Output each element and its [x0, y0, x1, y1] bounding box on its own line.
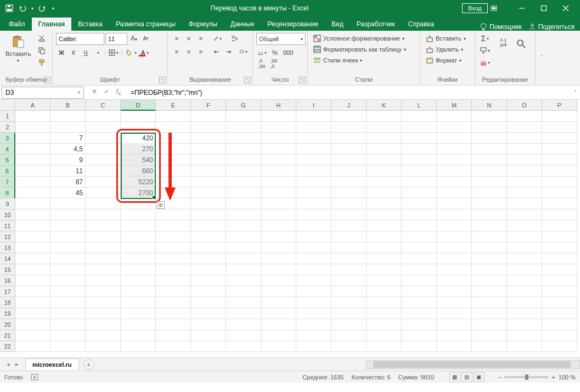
row-header-8[interactable]: 8 [0, 188, 15, 198]
cell-F7[interactable] [191, 177, 226, 188]
cell-E15[interactable] [156, 264, 191, 275]
cell-I6[interactable] [296, 166, 331, 177]
cell-P10[interactable] [542, 209, 577, 220]
cell-J3[interactable] [331, 133, 367, 144]
cell-I8[interactable] [296, 188, 331, 198]
cell-L6[interactable] [402, 166, 437, 177]
cell-I3[interactable] [296, 133, 331, 144]
format-cells-button[interactable]: Формат▾ [424, 55, 471, 66]
cell-D16[interactable] [121, 275, 156, 286]
font-launcher-icon[interactable]: ⤡ [159, 77, 166, 83]
cell-N10[interactable] [472, 209, 507, 220]
cell-N2[interactable] [472, 122, 507, 133]
cell-D3[interactable]: 420 [121, 133, 156, 144]
cell-O1[interactable] [507, 111, 542, 122]
cell-E14[interactable] [156, 253, 191, 264]
cell-B2[interactable] [50, 122, 86, 133]
cell-O6[interactable] [507, 166, 542, 177]
cell-E16[interactable] [156, 275, 191, 286]
cell-L17[interactable] [402, 286, 437, 297]
sheet-tab[interactable]: microexcel.ru [25, 359, 79, 370]
cell-N7[interactable] [472, 177, 507, 188]
align-left-icon[interactable]: ≡ [171, 46, 182, 57]
cell-I7[interactable] [296, 177, 331, 188]
cell-O17[interactable] [507, 286, 542, 297]
underline-dropdown[interactable] [92, 47, 103, 58]
cell-B12[interactable] [50, 231, 86, 242]
cell-M17[interactable] [437, 286, 472, 297]
cell-C7[interactable] [86, 177, 121, 188]
cell-F1[interactable] [191, 111, 226, 122]
cell-B19[interactable] [50, 308, 86, 319]
cell-B21[interactable] [50, 330, 86, 341]
borders-icon[interactable] [107, 47, 120, 58]
clear-icon[interactable] [478, 57, 492, 68]
undo-dropdown-icon[interactable]: ▾ [30, 2, 35, 14]
cell-D12[interactable] [121, 231, 156, 242]
cell-P15[interactable] [542, 264, 577, 275]
cell-G9[interactable] [226, 198, 261, 209]
cell-B20[interactable] [50, 319, 86, 330]
conditional-formatting-button[interactable]: Условное форматирование▾ [311, 33, 416, 44]
cell-E19[interactable] [156, 308, 191, 319]
signin-button[interactable]: Вход [462, 3, 488, 13]
cell-O8[interactable] [507, 188, 542, 198]
row-header-14[interactable]: 14 [0, 253, 15, 264]
cell-B4[interactable]: 4,5 [50, 144, 86, 155]
cell-M8[interactable] [437, 188, 472, 198]
cell-N3[interactable] [472, 133, 507, 144]
cell-F8[interactable] [191, 188, 226, 198]
cell-B13[interactable] [50, 242, 86, 253]
cell-O5[interactable] [507, 155, 542, 166]
cell-G8[interactable] [226, 188, 261, 198]
cell-A12[interactable] [15, 231, 50, 242]
cell-O2[interactable] [507, 122, 542, 133]
cell-L2[interactable] [402, 122, 437, 133]
cell-F10[interactable] [191, 209, 226, 220]
cell-C16[interactable] [86, 275, 121, 286]
cell-P6[interactable] [542, 166, 577, 177]
cell-H20[interactable] [261, 319, 296, 330]
cell-L1[interactable] [402, 111, 437, 122]
row-header-15[interactable]: 15 [0, 264, 15, 275]
row-header-10[interactable]: 10 [0, 209, 15, 220]
cell-G17[interactable] [226, 286, 261, 297]
cell-N13[interactable] [472, 242, 507, 253]
cell-I22[interactable] [296, 341, 331, 352]
row-header-20[interactable]: 20 [0, 319, 15, 330]
cell-C10[interactable] [86, 209, 121, 220]
cell-C21[interactable] [86, 330, 121, 341]
cell-H17[interactable] [261, 286, 296, 297]
cell-B15[interactable] [50, 264, 86, 275]
comma-icon[interactable]: 000 [281, 47, 295, 58]
zoom-in-button[interactable]: + [551, 374, 555, 380]
cell-B5[interactable]: 9 [50, 155, 86, 166]
cell-N22[interactable] [472, 341, 507, 352]
cell-L18[interactable] [402, 297, 437, 308]
cell-E22[interactable] [156, 341, 191, 352]
cell-C20[interactable] [86, 319, 121, 330]
cell-M2[interactable] [437, 122, 472, 133]
number-launcher-icon[interactable]: ⤡ [299, 77, 306, 83]
cell-O10[interactable] [507, 209, 542, 220]
cell-J17[interactable] [331, 286, 367, 297]
cell-G15[interactable] [226, 264, 261, 275]
close-button[interactable] [555, 0, 577, 16]
row-header-19[interactable]: 19 [0, 308, 15, 319]
col-header-N[interactable]: N [472, 100, 507, 111]
cell-P4[interactable] [542, 144, 577, 155]
cell-C19[interactable] [86, 308, 121, 319]
cell-L14[interactable] [402, 253, 437, 264]
cell-A7[interactable] [15, 177, 50, 188]
cell-O20[interactable] [507, 319, 542, 330]
cell-K11[interactable] [367, 220, 402, 231]
cell-O14[interactable] [507, 253, 542, 264]
cell-L7[interactable] [402, 177, 437, 188]
cell-K10[interactable] [367, 209, 402, 220]
row-header-3[interactable]: 3 [0, 133, 15, 144]
cell-P8[interactable] [542, 188, 577, 198]
row-header-17[interactable]: 17 [0, 286, 15, 297]
cell-A20[interactable] [15, 319, 50, 330]
cell-C11[interactable] [86, 220, 121, 231]
cell-D18[interactable] [121, 297, 156, 308]
